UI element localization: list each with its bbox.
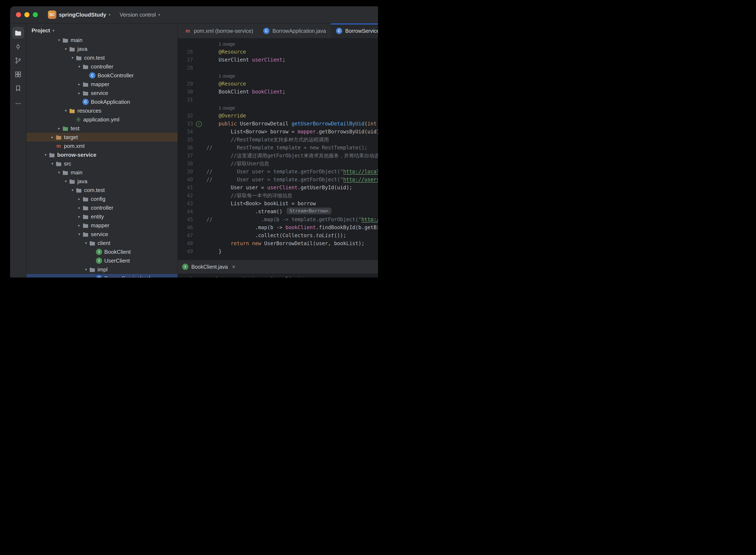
main-editor[interactable]: 1 usage26 @Resource27 UserClient userCli… <box>178 39 378 260</box>
tree-item-config[interactable]: ▸config <box>27 195 177 203</box>
tree-chevron-icon[interactable]: ▾ <box>49 161 55 166</box>
tree-item-controller[interactable]: ▸controller <box>27 203 177 212</box>
code-line[interactable]: 29 @Resource <box>178 80 378 88</box>
project-panel-header[interactable]: Project ▾ <box>27 24 177 37</box>
code-line[interactable]: 34 List<Borrow> borrow = mapper.getBorro… <box>178 128 378 136</box>
bookclient-editor[interactable]: 1package com.test.service.client;23impor… <box>178 274 378 278</box>
tree-item-bookapplication[interactable]: CBookApplication <box>27 97 177 106</box>
code-line[interactable]: 49 } <box>178 248 378 255</box>
tree-chevron-icon[interactable]: ▸ <box>76 82 82 87</box>
tree-item-controller[interactable]: ▾controller <box>27 62 177 71</box>
override-gutter-icon[interactable]: ↑ <box>193 120 206 128</box>
code-line[interactable]: 38 //获取User信息 <box>178 160 378 168</box>
vcs-widget[interactable]: Version control ▾ <box>117 10 162 19</box>
code-line[interactable]: 42 //获取每一本书的详细信息 <box>178 191 378 200</box>
tree-chevron-icon[interactable]: ▾ <box>69 55 76 60</box>
bookmarks-tool-icon[interactable] <box>12 82 24 94</box>
close-window-button[interactable] <box>16 12 21 17</box>
tab-pom-xml-borrow-service[interactable]: mpom.xml (borrow-service) <box>180 24 258 38</box>
code-line[interactable]: 32 @Override <box>178 112 378 120</box>
close-tab-icon[interactable]: × <box>232 264 235 270</box>
tree-chevron-icon[interactable]: ▸ <box>76 197 82 201</box>
code-line[interactable]: 41 User user = userClient.getUserById(ui… <box>178 183 378 191</box>
tab-borrowapplication-java[interactable]: CBorrowApplication.java <box>258 24 331 38</box>
more-tool-windows-icon[interactable]: … <box>12 96 24 108</box>
inlay-hint-row[interactable]: 1 usage <box>178 72 378 80</box>
tree-chevron-icon[interactable]: ▾ <box>63 109 69 113</box>
code-line[interactable]: 37 //这里通过调用getForObject来请求其他服务，并将结果自动进行封… <box>178 152 378 160</box>
code-line[interactable]: 44 .stream()Stream<Borrow> <box>178 208 378 216</box>
tree-item-bookcontroller[interactable]: CBookController <box>27 71 177 80</box>
tree-chevron-icon[interactable]: ▾ <box>83 267 89 272</box>
project-tool-icon[interactable] <box>12 27 24 39</box>
tree-item-borrow-service[interactable]: ▾borrow-service <box>27 151 177 159</box>
tree-chevron-icon[interactable]: ▾ <box>76 232 82 237</box>
tree-item-com-test[interactable]: ▾com.test <box>27 53 177 62</box>
zoom-window-button[interactable] <box>33 12 38 17</box>
code-line[interactable]: 40// User user = template.getForObject("… <box>178 176 378 183</box>
code-line[interactable]: 48 return new UserBorrowDetail(user, boo… <box>178 240 378 248</box>
tree-chevron-icon[interactable]: ▾ <box>56 170 62 175</box>
inlay-hint-row[interactable]: 1 usage <box>178 40 378 48</box>
code-line[interactable]: 30 BookClient bookClient; <box>178 88 378 96</box>
tree-chevron-icon[interactable]: ▸ <box>76 223 82 228</box>
code-line[interactable]: 43 List<Book> bookList = borrow <box>178 200 378 208</box>
tree-item-impl[interactable]: ▾impl <box>27 265 177 274</box>
code-line[interactable]: 31 <box>178 96 378 104</box>
code-line[interactable]: 28 <box>178 64 378 72</box>
tree-item-userclient[interactable]: IUserClient <box>27 256 177 265</box>
tree-item-mapper[interactable]: ▸mapper <box>27 221 177 230</box>
tab-borrowserviceimpl-java[interactable]: CBorrowServiceImpl.java× <box>331 24 378 38</box>
minimize-window-button[interactable] <box>25 12 30 17</box>
project-widget[interactable]: SC springCloudStudy ▾ <box>45 9 113 20</box>
commit-tool-icon[interactable] <box>12 41 24 52</box>
tree-item-java[interactable]: ▾java <box>27 45 177 53</box>
tree-item-entity[interactable]: ▸entity <box>27 212 177 221</box>
code-line[interactable]: 47 .collect(Collectors.toList()); <box>178 231 378 240</box>
code-line[interactable]: 45// .map(b -> template.getForObject("ht… <box>178 216 378 223</box>
tree-item-target[interactable]: ▸target <box>27 133 177 141</box>
tree-item-bookclient[interactable]: IBookClient <box>27 248 177 256</box>
tree-chevron-icon[interactable]: ▸ <box>56 126 62 131</box>
code-line[interactable]: 36// RestTemplate template = new RestTem… <box>178 144 378 152</box>
tree-chevron-icon[interactable]: ▾ <box>76 64 82 69</box>
tree-chevron-icon[interactable]: ▸ <box>76 91 82 95</box>
usages-inlay[interactable]: 1 usage <box>218 105 235 111</box>
tree-chevron-icon[interactable]: ▾ <box>42 153 49 157</box>
code-line[interactable]: 33↑ public UserBorrowDetail getUserBorro… <box>178 120 378 128</box>
usages-inlay[interactable]: 1 usage <box>218 73 235 79</box>
tree-item-test[interactable]: ▸test <box>27 124 177 133</box>
tree-chevron-icon[interactable]: ▸ <box>76 206 82 210</box>
pull-requests-tool-icon[interactable] <box>12 55 24 67</box>
usages-inlay[interactable]: 1 usage <box>218 41 235 47</box>
tree-item-mapper[interactable]: ▸mapper <box>27 80 177 89</box>
code-line[interactable]: 46 .map(b -> bookClient.findBookById(b.g… <box>178 223 378 231</box>
tree-chevron-icon[interactable]: ▾ <box>56 38 62 42</box>
tree-chevron-icon[interactable]: ▾ <box>63 47 69 51</box>
tree-item-main[interactable]: ▾main <box>27 36 177 45</box>
code-line[interactable]: 35 //RestTemplate支持多种方式的远程调用 <box>178 136 378 144</box>
tree-item-com-test[interactable]: ▾com.test <box>27 186 177 195</box>
type-hint-chip[interactable]: Stream<Borrow> <box>286 208 331 214</box>
inlay-hint-row[interactable]: 1 usage <box>178 104 378 112</box>
tree-chevron-icon[interactable]: ▾ <box>69 188 76 193</box>
tree-chevron-icon[interactable]: ▾ <box>83 241 89 245</box>
code-line[interactable]: 39// User user = template.getForObject("… <box>178 168 378 176</box>
tree-chevron-icon[interactable]: ▸ <box>49 135 55 139</box>
code-line[interactable]: 1package com.test.service.client; <box>178 275 378 278</box>
tree-item-service[interactable]: ▸service <box>27 89 177 97</box>
code-line[interactable]: 27 UserClient userClient; <box>178 56 378 64</box>
tree-item-resources[interactable]: ▾resources <box>27 106 177 115</box>
tree-item-application-yml[interactable]: application.yml <box>27 115 177 124</box>
tree-item-src[interactable]: ▾src <box>27 159 177 168</box>
tree-item-main[interactable]: ▾main <box>27 168 177 177</box>
tree-item-service[interactable]: ▾service <box>27 230 177 239</box>
code-line[interactable]: 26 @Resource <box>178 48 378 56</box>
structure-tool-icon[interactable] <box>12 69 24 80</box>
tree-chevron-icon[interactable]: ▾ <box>63 179 69 183</box>
tree-item-pom-xml[interactable]: mpom.xml <box>27 141 177 151</box>
tree-chevron-icon[interactable]: ▸ <box>76 214 82 219</box>
tree-item-borrowserviceimpl[interactable]: CBorrowServiceImpl <box>27 274 177 278</box>
tree-item-java[interactable]: ▾java <box>27 177 177 186</box>
tree-item-client[interactable]: ▾client <box>27 239 177 248</box>
